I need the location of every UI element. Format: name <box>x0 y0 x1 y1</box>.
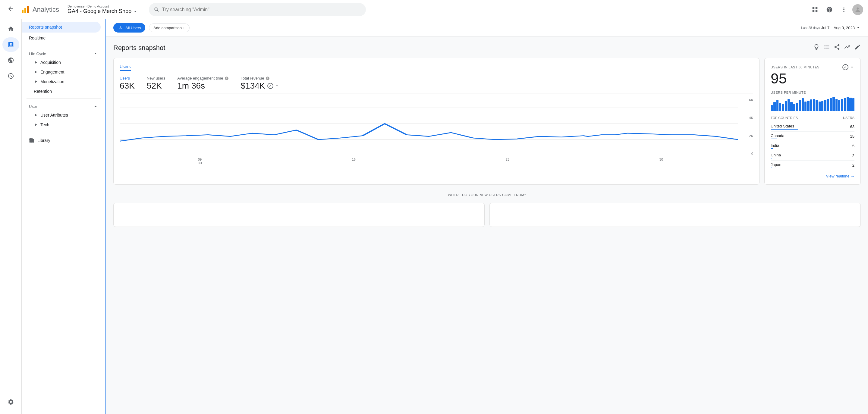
bottom-card-1 <box>113 203 485 227</box>
library-icon <box>29 138 34 143</box>
search-input[interactable] <box>162 7 361 12</box>
bottom-card-2 <box>490 203 861 227</box>
sidebar-item-retention[interactable]: Retention <box>22 87 105 96</box>
grid-button[interactable] <box>809 4 821 16</box>
sidebar-item-monetization[interactable]: Monetization <box>22 77 105 87</box>
realtime-dropdown[interactable]: ✓ <box>842 64 855 70</box>
countries-list: United States 63 Canada 15 India 5 China… <box>771 122 855 170</box>
back-button[interactable] <box>5 3 17 16</box>
lightbulb-icon[interactable] <box>813 44 820 52</box>
lifecycle-chevron <box>93 51 98 56</box>
chevron-right-icon <box>34 79 38 84</box>
chevron-right-icon <box>34 113 38 117</box>
country-name: China <box>771 153 781 158</box>
info-icon <box>224 76 229 81</box>
app-logo: Analytics <box>21 5 59 14</box>
chevron-right-icon <box>34 60 38 64</box>
mini-bar <box>835 99 838 111</box>
country-name: Japan <box>771 162 781 168</box>
engagement-value: 1m 36s <box>177 81 228 91</box>
line-chart <box>120 98 738 156</box>
dropdown-rt-icon <box>849 65 855 70</box>
breadcrumb: Demoverse › Demo Account <box>67 4 138 8</box>
metric-new-users: New users 52K <box>147 76 165 91</box>
sidebar-item-tech[interactable]: Tech <box>22 120 105 130</box>
country-row: Japan 2 <box>771 161 855 170</box>
new-users-value: 52K <box>147 81 165 91</box>
mini-bar <box>773 102 775 111</box>
mini-bar <box>810 99 812 111</box>
users-label[interactable]: Users <box>120 76 135 81</box>
mini-bar <box>771 105 773 111</box>
mini-bar <box>838 100 840 111</box>
mini-bar <box>776 100 778 111</box>
rail-reports[interactable] <box>2 37 19 52</box>
sidebar-item-reports-snapshot[interactable]: Reports snapshot <box>22 22 101 33</box>
main-layout: Reports snapshot Realtime Life Cycle Acq… <box>0 19 868 414</box>
sidebar-item-engagement[interactable]: Engagement <box>22 67 105 77</box>
metrics-row: Users 63K New users 52K Average engageme… <box>120 76 753 93</box>
divider-3 <box>27 132 101 132</box>
sidebar-item-user-attributes[interactable]: User Attributes <box>22 110 105 120</box>
lifecycle-section: Life Cycle <box>22 49 105 58</box>
rail-settings[interactable] <box>2 395 19 409</box>
chart-xaxis: 09 Jul 16 23 30 <box>120 156 753 165</box>
metric-users: Users 63K <box>120 76 135 91</box>
date-range-selector[interactable]: Last 28 days Jul 7 – Aug 3, 2023 <box>801 25 861 30</box>
country-bar <box>771 158 772 158</box>
more-button[interactable] <box>838 4 850 16</box>
rail-advertising[interactable] <box>2 69 19 83</box>
mini-bar <box>779 103 781 111</box>
mini-bar <box>832 97 835 111</box>
info-icon <box>266 76 270 81</box>
mini-bar <box>782 104 784 111</box>
account-name[interactable]: GA4 - Google Merch Shop <box>67 8 138 14</box>
svg-rect-2 <box>27 6 29 13</box>
users-header-label: USERS <box>843 116 855 120</box>
view-realtime-link[interactable]: View realtime → <box>771 174 855 179</box>
users-per-minute-label: USERS PER MINUTE <box>771 91 855 94</box>
users-tab[interactable]: Users <box>120 64 131 71</box>
share-icon[interactable] <box>834 44 840 52</box>
divider-1 <box>27 46 101 46</box>
country-bar <box>771 138 777 139</box>
x-label-30: 30 <box>659 158 663 165</box>
help-button[interactable] <box>824 4 835 16</box>
sidebar-item-realtime[interactable]: Realtime <box>22 33 105 43</box>
edit-icon[interactable] <box>854 44 861 52</box>
svg-rect-1 <box>24 8 26 13</box>
engagement-label: Average engagement time <box>177 76 228 81</box>
country-name: United States <box>771 124 798 130</box>
rail-explore[interactable] <box>2 53 19 67</box>
sidebar-item-acquisition[interactable]: Acquisition <box>22 58 105 67</box>
country-users: 15 <box>850 134 855 138</box>
mini-bar <box>785 101 787 111</box>
chart-config-icon[interactable] <box>824 44 830 52</box>
page-actions <box>813 44 861 52</box>
bottom-section: WHERE DO YOUR NEW USERS COME FROM? <box>113 190 861 227</box>
realtime-title: USERS IN LAST 30 MINUTES <box>771 65 819 69</box>
metric-engagement: Average engagement time 1m 36s <box>177 76 228 91</box>
all-users-icon: A <box>118 25 124 31</box>
trending-icon[interactable] <box>844 44 850 52</box>
rail-home[interactable] <box>2 22 19 36</box>
main-chart-card: Users Users 63K New users 52K Average <box>113 58 760 185</box>
users-value: 63K <box>120 81 135 91</box>
mini-bar <box>787 99 789 111</box>
revenue-dropdown[interactable]: ✓ <box>267 83 279 89</box>
mini-bar <box>802 98 804 111</box>
svg-rect-0 <box>22 10 24 13</box>
metric-revenue: Total revenue $134K ✓ <box>241 76 280 91</box>
mini-bar <box>793 104 795 111</box>
country-row: United States 63 <box>771 122 855 132</box>
mini-bar <box>844 98 846 111</box>
mini-bar <box>846 97 849 111</box>
mini-bar <box>799 100 801 111</box>
all-users-chip[interactable]: A All Users <box>113 23 145 33</box>
sidebar-item-library[interactable]: Library <box>22 135 105 146</box>
avatar[interactable] <box>852 4 863 15</box>
search-bar[interactable] <box>149 3 366 16</box>
search-icon <box>154 7 159 13</box>
page-header: Reports snapshot <box>113 44 861 52</box>
add-comparison-chip[interactable]: Add comparison + <box>149 24 190 32</box>
